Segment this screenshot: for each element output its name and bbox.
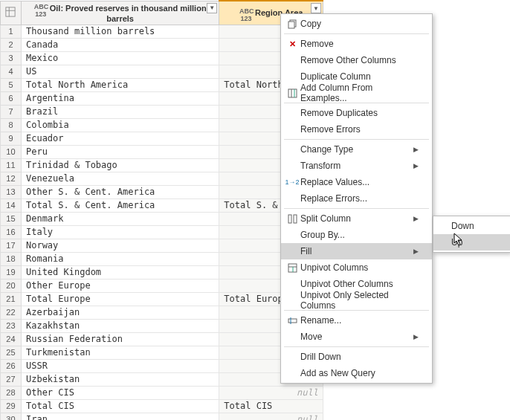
cell-col-a[interactable]: Other CIS [21, 386, 219, 399]
column-a-filter-dropdown[interactable]: ▼ [207, 3, 217, 13]
row-number[interactable]: 11 [1, 158, 22, 172]
row-number[interactable]: 24 [1, 332, 22, 346]
row-number[interactable]: 4 [1, 65, 22, 78]
cell-col-a[interactable]: Brazil [21, 105, 219, 118]
row-number[interactable]: 3 [1, 51, 22, 65]
row-number[interactable]: 19 [1, 265, 22, 279]
cell-col-a[interactable]: Mexico [21, 51, 219, 65]
cell-col-a[interactable]: Colombia [21, 118, 219, 132]
cell-col-a[interactable]: Total CIS [21, 399, 219, 413]
table-row[interactable]: 29Total CISTotal CIS [1, 399, 323, 413]
row-number[interactable]: 28 [1, 386, 22, 399]
cell-col-a[interactable]: Venezuela [21, 172, 219, 185]
row-number[interactable]: 1 [1, 25, 22, 38]
table-row[interactable]: 8Colombia [1, 118, 323, 132]
table-row[interactable]: 17Norway [1, 239, 323, 252]
cell-col-b[interactable]: Total CIS [219, 399, 323, 413]
table-row[interactable]: 14Total S. & Cent. AmericaTotal S. & C [1, 198, 323, 212]
table-row[interactable]: 16Italy [1, 225, 323, 239]
table-row[interactable]: 5Total North AmericaTotal North [1, 78, 323, 91]
menu-unpivot-columns[interactable]: Unpivot Columns [281, 259, 432, 276]
row-number[interactable]: 6 [1, 91, 22, 105]
row-number[interactable]: 16 [1, 225, 22, 239]
row-number[interactable]: 15 [1, 212, 22, 225]
row-number[interactable]: 23 [1, 319, 22, 332]
cell-col-a[interactable]: Norway [21, 239, 219, 252]
menu-transform[interactable]: Transform▶ [281, 158, 432, 174]
table-row[interactable]: 7Brazil [1, 105, 323, 118]
row-number[interactable]: 27 [1, 372, 22, 386]
menu-fill[interactable]: Fill▶ [281, 243, 432, 259]
table-row[interactable]: 22Azerbaijan [1, 306, 323, 319]
menu-replace-values[interactable]: 1→2 Replace Values... [281, 174, 432, 190]
menu-change-type[interactable]: Change Type▶ [281, 141, 432, 158]
cell-col-a[interactable]: Iran [21, 413, 219, 420]
cell-col-a[interactable]: Romania [21, 252, 219, 265]
table-row[interactable]: 24Russian Federation [1, 332, 323, 346]
row-number[interactable]: 18 [1, 252, 22, 265]
menu-move[interactable]: Move▶ [281, 329, 432, 345]
menu-add-column-from-examples[interactable]: Add Column From Examples... [281, 85, 432, 101]
table-row[interactable]: 11Trinidad & Tobago [1, 158, 323, 172]
cell-col-a[interactable]: Thousand million barrels [21, 25, 219, 38]
cell-col-a[interactable]: Canada [21, 38, 219, 51]
table-row[interactable]: 6Argentina [1, 91, 323, 105]
row-number[interactable]: 9 [1, 132, 22, 145]
row-number[interactable]: 30 [1, 413, 22, 420]
cell-col-a[interactable]: Argentina [21, 91, 219, 105]
cell-col-a[interactable]: US [21, 65, 219, 78]
table-row[interactable]: 1Thousand million barrels [1, 25, 323, 38]
column-b-filter-dropdown[interactable]: ▼ [311, 3, 321, 13]
row-number[interactable]: 20 [1, 279, 22, 292]
menu-group-by[interactable]: Group By... [281, 227, 432, 243]
cell-col-a[interactable]: Trinidad & Tobago [21, 158, 219, 172]
row-number[interactable]: 2 [1, 38, 22, 51]
table-row[interactable]: 13Other S. & Cent. America [1, 185, 323, 198]
menu-remove-errors[interactable]: Remove Errors [281, 121, 432, 138]
row-number[interactable]: 29 [1, 399, 22, 413]
menu-remove-duplicates[interactable]: Remove Duplicates [281, 105, 432, 121]
row-number[interactable]: 12 [1, 172, 22, 185]
cell-col-a[interactable]: United Kingdom [21, 265, 219, 279]
table-row[interactable]: 10Peru [1, 145, 323, 158]
row-number[interactable]: 25 [1, 346, 22, 359]
table-row[interactable]: 20Other Europe [1, 279, 323, 292]
cell-col-b[interactable]: null [219, 386, 323, 399]
table-row[interactable]: 15Denmark [1, 212, 323, 225]
menu-remove[interactable]: ✕ Remove [281, 36, 432, 52]
cell-col-a[interactable]: Russian Federation [21, 332, 219, 346]
table-row[interactable]: 4US [1, 65, 323, 78]
table-row[interactable]: 25Turkmenistannull [1, 346, 323, 359]
table-row[interactable]: 23Kazakhstan [1, 319, 323, 332]
table-row[interactable]: 18Romania [1, 252, 323, 265]
cell-col-a[interactable]: Azerbaijan [21, 306, 219, 319]
submenu-fill-up[interactable]: Up [433, 234, 510, 251]
cell-col-a[interactable]: Total S. & Cent. America [21, 198, 219, 212]
cell-col-a[interactable]: Ecuador [21, 132, 219, 145]
row-number[interactable]: 21 [1, 292, 22, 306]
table-row[interactable]: 21Total EuropeTotal Europe [1, 292, 323, 306]
column-header-a[interactable]: ABC 123 Oil: Proved reserves in thousand… [21, 1, 219, 25]
menu-copy[interactable]: Copy [281, 16, 432, 32]
table-row[interactable]: 9Ecuador [1, 132, 323, 145]
table-row[interactable]: 26USSRnull [1, 359, 323, 372]
cell-col-a[interactable]: Uzbekistan [21, 372, 219, 386]
table-row[interactable]: 28Other CISnull [1, 386, 323, 399]
menu-add-as-new-query[interactable]: Add as New Query [281, 365, 432, 381]
menu-drill-down[interactable]: Drill Down [281, 349, 432, 365]
cell-col-a[interactable]: Turkmenistan [21, 346, 219, 359]
menu-split-column[interactable]: Split Column▶ [281, 210, 432, 227]
row-number[interactable]: 22 [1, 306, 22, 319]
cell-col-a[interactable]: Kazakhstan [21, 319, 219, 332]
row-number[interactable]: 5 [1, 78, 22, 91]
cell-col-a[interactable]: Peru [21, 145, 219, 158]
row-number[interactable]: 13 [1, 185, 22, 198]
row-number[interactable]: 10 [1, 145, 22, 158]
cell-col-a[interactable]: Other S. & Cent. America [21, 185, 219, 198]
row-number[interactable]: 8 [1, 118, 22, 132]
row-number[interactable]: 7 [1, 105, 22, 118]
menu-replace-errors[interactable]: Replace Errors... [281, 190, 432, 207]
table-corner-icon[interactable] [1, 1, 22, 25]
menu-unpivot-selected-columns[interactable]: Unpivot Only Selected Columns [281, 292, 432, 308]
row-number[interactable]: 17 [1, 239, 22, 252]
